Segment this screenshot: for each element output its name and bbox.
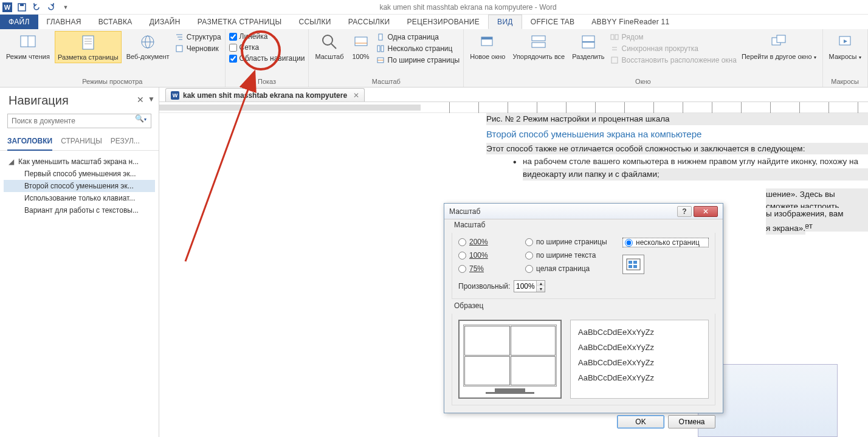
doc-text: видеокарту или папку и с файлами; — [523, 168, 868, 181]
btn-switch-window[interactable]: Перейти в другое окно ▾ — [739, 31, 819, 62]
undo-icon[interactable] — [32, 2, 41, 12]
dialog-help-icon[interactable]: ? — [677, 206, 692, 217]
svg-rect-28 — [532, 36, 545, 41]
btn-read-mode[interactable]: Режим чтения — [4, 31, 52, 62]
tab-design[interactable]: ДИЗАЙН — [141, 15, 189, 29]
bullet-list: на рабочем столе вашего компьютера в ниж… — [486, 157, 868, 192]
tab-officetab[interactable]: OFFICE TAB — [522, 15, 584, 29]
group-macros: Макросы ▾ Макросы — [823, 29, 868, 87]
ribbon: Режим чтения Разметка страницы Веб-докум… — [0, 29, 868, 88]
radio-75[interactable]: 75% — [458, 264, 525, 273]
one-page-icon — [376, 32, 385, 42]
btn-web-layout[interactable]: Веб-документ — [124, 31, 172, 62]
btn-100pct[interactable]: 100% — [349, 31, 373, 62]
multi-page-icon — [376, 44, 385, 53]
btn-new-window[interactable]: Новое окно — [467, 31, 508, 62]
draft-icon — [174, 44, 184, 53]
btn-page-width[interactable]: По ширине страницы — [376, 55, 460, 65]
nav-title: Навигация — [0, 88, 159, 111]
collapse-icon[interactable]: ◢ — [9, 157, 16, 166]
tab-close-icon[interactable]: ✕ — [353, 91, 359, 100]
tab-references[interactable]: ССЫЛКИ — [290, 15, 339, 29]
btn-macros[interactable]: Макросы ▾ — [827, 31, 864, 62]
chk-grid[interactable]: Сетка — [229, 43, 305, 52]
zoom-options: 200% 100% 75% Произвольный: ▲▼ по ширине… — [452, 233, 715, 299]
dialog-body: Масштаб 200% 100% 75% Произвольный: ▲▼ п… — [444, 219, 723, 410]
radio-page-width[interactable]: по ширине страницы — [525, 238, 622, 246]
fieldset-legend: Масштаб — [452, 221, 487, 229]
tab-review[interactable]: РЕЦЕНЗИРОВАНИЕ — [398, 15, 488, 29]
svg-text:W: W — [4, 4, 11, 11]
svg-rect-6 — [83, 36, 94, 49]
group-show: Линейка Сетка Область навигации Показ — [226, 29, 309, 87]
btn-split[interactable]: Разделить — [570, 31, 607, 62]
tab-mailings[interactable]: РАССЫЛКИ — [340, 15, 399, 29]
group-views: Режим чтения Разметка страницы Веб-докум… — [0, 29, 226, 87]
quick-access-toolbar: W ▼ — [2, 2, 71, 12]
list-item: на рабочем столе вашего компьютера в ниж… — [513, 157, 868, 166]
web-layout-icon — [138, 32, 157, 52]
tree-item-root[interactable]: ◢Как уменьшить масштаб экрана н... — [4, 156, 155, 168]
dialog-buttons: OK Отмена — [444, 410, 723, 433]
radio-whole-page[interactable]: целая страница — [525, 264, 622, 273]
redo-icon[interactable] — [46, 2, 56, 12]
ok-button[interactable]: OK — [617, 415, 664, 428]
group-zoom: Масштаб 100% Одна страница Несколько стр… — [309, 29, 464, 87]
tab-file[interactable]: ФАЙЛ — [0, 15, 38, 29]
doc-text: Этот способ также не отличается особой с… — [486, 143, 868, 155]
radio-200[interactable]: 200% — [458, 238, 525, 246]
qat-customize-icon[interactable]: ▼ — [61, 2, 71, 12]
svg-rect-27 — [481, 37, 492, 40]
chk-ruler[interactable]: Линейка — [229, 32, 305, 41]
radio-multi-pages[interactable]: несколько страниц — [622, 238, 709, 247]
word-file-icon: W — [171, 91, 179, 100]
svg-rect-23 — [381, 46, 384, 52]
tab-view[interactable]: ВИД — [488, 15, 522, 29]
nav-dropdown-icon[interactable]: ▼ — [148, 95, 155, 103]
nav-tab-headings[interactable]: ЗАГОЛОВКИ — [7, 134, 52, 150]
doc-text: я экрана». — [766, 222, 805, 235]
svg-rect-34 — [611, 57, 618, 63]
preview-row: AaBbCcDdEeXxYyZz AaBbCcDdEeXxYyZz AaBbCc… — [452, 314, 715, 405]
tab-insert[interactable]: ВСТАВКА — [90, 15, 141, 29]
tree-item-selected[interactable]: Второй способ уменьшения эк... — [4, 180, 155, 192]
tab-layout[interactable]: РАЗМЕТКА СТРАНИЦЫ — [189, 15, 291, 29]
multi-page-picker[interactable] — [622, 255, 644, 274]
window-title: kak umen shit masshtab ekrana na kompyut… — [71, 3, 866, 12]
tab-home[interactable]: ГЛАВНАЯ — [38, 15, 90, 29]
nav-tab-pages[interactable]: СТРАНИЦЫ — [61, 134, 102, 150]
tree-item[interactable]: Первый способ уменьшения эк... — [4, 168, 155, 180]
doc-text: Рис. № 2 Режим настройки и процентная шк… — [486, 113, 868, 125]
nav-tree: ◢Как уменьшить масштаб экрана н... Первы… — [0, 151, 159, 221]
radio-text-width[interactable]: по ширине текста — [525, 251, 622, 260]
save-icon[interactable] — [17, 2, 27, 12]
btn-sync-scroll: Синхронная прокрутка — [610, 44, 737, 53]
ruler[interactable] — [159, 102, 868, 113]
dialog-close-icon[interactable]: ✕ — [694, 206, 718, 217]
btn-zoom[interactable]: Масштаб — [312, 31, 346, 62]
document-tab[interactable]: W kak umen shit masshtab ekrana na kompy… — [165, 88, 365, 102]
btn-draft[interactable]: Черновик — [174, 44, 221, 53]
svg-line-18 — [331, 44, 336, 49]
cancel-button[interactable]: Отмена — [668, 415, 715, 428]
tab-abbyy[interactable]: ABBYY FineReader 11 — [583, 15, 678, 29]
nav-search-input[interactable] — [7, 114, 151, 128]
chk-navpane[interactable]: Область навигации — [229, 54, 305, 63]
svg-rect-21 — [379, 34, 382, 40]
btn-multi-page[interactable]: Несколько страниц — [376, 44, 460, 53]
tree-item[interactable]: Вариант для работы с текстовы... — [4, 204, 155, 216]
nav-tabs: ЗАГОЛОВКИ СТРАНИЦЫ РЕЗУЛ... — [0, 134, 159, 151]
nav-tab-results[interactable]: РЕЗУЛ... — [111, 134, 140, 150]
btn-one-page[interactable]: Одна страница — [376, 32, 460, 42]
radio-100[interactable]: 100% — [458, 251, 525, 260]
tree-item[interactable]: Использование только клавиат... — [4, 192, 155, 204]
btn-outline[interactable]: Структура — [174, 32, 221, 42]
dialog-titlebar[interactable]: Масштаб ? ✕ — [444, 204, 723, 219]
btn-print-layout[interactable]: Разметка страницы — [55, 31, 122, 63]
btn-arrange-all[interactable]: Упорядочить все — [510, 31, 567, 62]
reset-icon — [610, 55, 619, 65]
search-icon[interactable]: 🔍▾ — [135, 114, 146, 123]
svg-rect-41 — [627, 259, 640, 270]
word-icon: W — [2, 2, 12, 12]
nav-close-icon[interactable]: ✕ — [137, 95, 144, 105]
